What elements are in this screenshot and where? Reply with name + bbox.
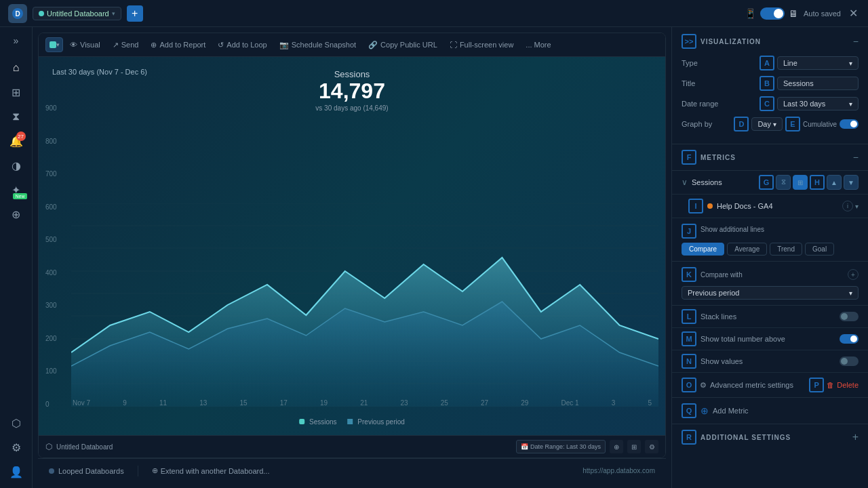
chart-toolbar: ▾ 👁 Visual ↗ Send ⊕ Add to Report ↺ Add … [39,33,665,57]
sidebar-item-metrics[interactable]: ⊕ [5,203,27,225]
metric-sort-desc[interactable]: ▼ [844,175,859,190]
metrics-badge-f: F [682,150,696,165]
date-range-row: Date range C Last 30 days [682,96,859,111]
send-icon: ↗ [113,41,119,49]
metric-sort-asc[interactable]: ▲ [827,175,842,190]
title-input[interactable]: Sessions [777,77,859,90]
compare-badge-k: K [682,267,696,282]
sidebar-item-history[interactable]: ⧗ [5,106,27,127]
source-info-button[interactable]: i [842,201,853,211]
more-button[interactable]: ... More [520,39,556,51]
sidebar-item-databoards[interactable]: ◑ [5,155,27,176]
sidebar-item-home[interactable]: ⌂ [5,57,27,79]
send-button[interactable]: ↗ Send [107,39,144,52]
visual-button[interactable]: 👁 Visual [64,39,106,51]
databoard-logo-small: ⬡ [45,442,52,451]
cumulative-badge-e: E [785,117,800,131]
sidebar-item-new[interactable]: ✦ New [5,179,27,201]
looped-databoards[interactable]: Looped Databoards [49,467,124,475]
additional-settings-add-button[interactable]: + [852,431,859,443]
trend-line-button[interactable]: Trend [770,243,802,256]
chart-x-axis: Nov 7 9 11 13 15 17 19 21 23 25 27 29 De… [73,399,652,407]
cumulative-toggle[interactable] [840,119,859,129]
gear-icon: ⚙ [700,381,707,390]
metric-action-btn-1[interactable]: ⧖ [776,175,791,190]
add-metric-row[interactable]: Q ⊕ Add Metric [672,398,868,424]
chart-area: Last 30 days (Nov 7 - Dec 6) Sessions 14… [39,57,665,435]
type-row: Type A Line [682,56,859,70]
mobile-icon: 📱 [745,8,756,19]
sidebar-item-user[interactable]: 👤 [5,461,27,483]
source-chevron [855,203,859,210]
extend-databoard-button[interactable]: ⊕ Extend with another Databoard... [152,466,270,475]
device-toggle-group: 📱 🖥 [745,7,798,20]
previous-period-legend-item: Previous period [348,418,405,426]
copy-url-button[interactable]: 🔗 Copy Public URL [363,39,443,52]
chart-grid-button[interactable]: ⊞ [627,440,641,453]
compare-with-select[interactable]: Previous period [682,286,859,300]
sidebar-item-settings[interactable]: ⚙ [5,436,27,458]
additional-badge-r: R [682,430,696,445]
type-select[interactable]: Line [777,56,859,70]
show-total-toggle[interactable] [840,334,859,344]
close-button[interactable]: ✕ [846,7,860,20]
schedule-snapshot-button[interactable]: 📷 Schedule Snapshot [274,39,361,52]
compare-line-button[interactable]: Compare [682,243,724,256]
metric-button-group: G ⧖ ⊞ H ▲ ▼ [759,175,859,190]
topbar-actions: Auto saved [804,9,841,18]
sidebar-item-grid[interactable]: ⊞ [5,81,27,103]
show-values-toggle[interactable] [840,357,859,366]
chart-comparison: vs 30 days ago (14,649) [52,104,652,112]
chart-card: ▾ 👁 Visual ↗ Send ⊕ Add to Report ↺ Add … [38,33,666,458]
metric-badge-g: G [759,175,774,190]
center-content: ▾ 👁 Visual ↗ Send ⊕ Add to Report ↺ Add … [33,27,671,488]
calendar-icon: 📅 [521,443,528,450]
snapshot-icon: 📷 [279,41,289,49]
device-toggle[interactable] [760,7,785,20]
panel-collapse-icon[interactable]: >> [682,34,696,49]
date-range-select[interactable]: Last 30 days [777,97,859,110]
svg-text:D: D [15,10,20,18]
auto-saved-label: Auto saved [804,9,841,18]
metrics-row: ∨ Sessions G ⧖ ⊞ H ▲ ▼ [672,171,868,195]
advanced-settings-button[interactable]: O ⚙ Advanced metric settings [682,378,793,392]
graph-by-select[interactable]: Day [751,117,783,131]
goal-line-button[interactable]: Goal [805,243,834,256]
databoard-tab[interactable]: Untitled Databoard ▾ [33,7,121,20]
chart-y-axis: 900 800 700 600 500 400 300 200 100 0 [45,104,57,408]
plus-icon: ⊕ [152,466,158,475]
add-report-icon: ⊕ [151,41,157,49]
date-range-chevron [849,100,852,108]
alerts-badge: 27 [16,131,26,141]
chart-expand-button[interactable]: ⊕ [610,440,623,453]
add-to-report-button[interactable]: ⊕ Add to Report [145,39,211,52]
sidebar-item-goals[interactable]: ⬡ [5,412,27,434]
chart-legend: Sessions Previous period [299,418,405,426]
metric-action-btn-2[interactable]: ⊞ [793,175,808,190]
graph-badge-d: D [734,117,749,131]
delete-badge-p: P [809,378,824,392]
compare-add-button[interactable]: + [848,269,859,280]
color-picker-button[interactable]: ▾ [45,37,63,52]
fullscreen-icon: ⛶ [450,41,457,49]
app-url: https://app.databox.com [583,467,655,474]
visualization-collapse-button[interactable]: − [853,36,859,47]
stack-lines-row: L Stack lines [672,306,868,328]
delete-metric-button[interactable]: 🗑 Delete [827,381,859,389]
chart-bottom-bar: ⬡ Untitled Databoard 📅 Date Range: Last … [39,435,665,458]
advanced-settings-row: O ⚙ Advanced metric settings P 🗑 Delete [672,373,868,398]
average-line-button[interactable]: Average [727,243,767,256]
metric-expand-icon[interactable]: ∨ [682,178,688,187]
compare-with-label: K Compare with + [682,267,859,282]
stack-lines-toggle[interactable] [840,312,859,321]
fullscreen-button[interactable]: ⛶ Full-screen view [444,39,519,51]
sidebar-item-alerts[interactable]: 🔔 27 [5,130,27,152]
metrics-collapse-button[interactable]: − [853,152,859,163]
new-badge: New [13,193,26,199]
chart-bottom-controls: 📅 Date Range: Last 30 days ⊕ ⊞ ⚙ [516,440,658,453]
add-to-loop-button[interactable]: ↺ Add to Loop [212,39,272,52]
visualization-section: >> VISUALIZATION − Type A Line Title [672,27,868,144]
add-tab-button[interactable]: + [127,5,143,22]
sidebar-collapse-button[interactable]: » [5,33,27,49]
chart-settings-button[interactable]: ⚙ [645,440,658,453]
